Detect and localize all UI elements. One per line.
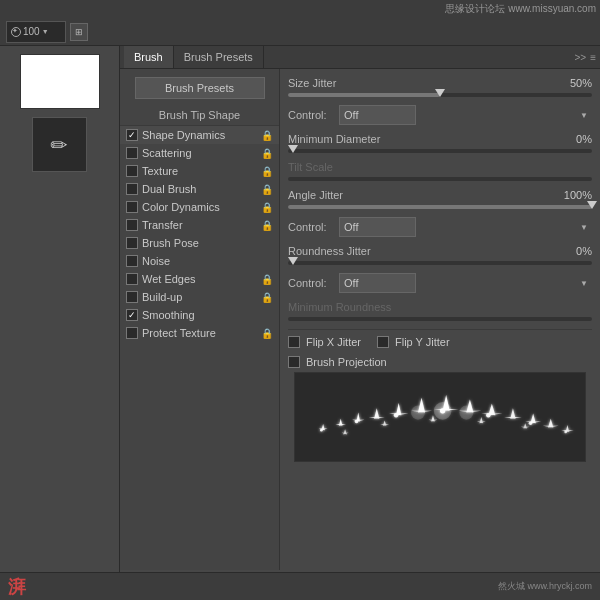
checkbox-color-dynamics[interactable] <box>126 201 138 213</box>
checkbox-wet-edges[interactable] <box>126 273 138 285</box>
brush-presets-button[interactable]: Brush Presets <box>135 77 265 99</box>
tab-brush[interactable]: Brush <box>124 46 174 68</box>
list-item-brush-pose[interactable]: Brush Pose <box>120 234 279 252</box>
tilt-scale-slider[interactable] <box>288 177 592 181</box>
brush-dot-icon <box>11 27 21 37</box>
sparkle-preview-svg <box>295 373 585 461</box>
checkbox-texture[interactable] <box>126 165 138 177</box>
label-color-dynamics: Color Dynamics <box>142 201 257 213</box>
svg-marker-3 <box>369 408 385 419</box>
roundness-jitter-thumb <box>288 257 298 265</box>
checkbox-smoothing[interactable] <box>126 309 138 321</box>
list-item-scattering[interactable]: Scattering 🔒 <box>120 144 279 162</box>
flip-row: Flip X Jitter Flip Y Jitter <box>288 336 592 352</box>
right-panel: Brush Brush Presets >> ≡ Brush Presets B… <box>120 46 600 600</box>
watermark-text: 思缘设计论坛 www.missyuan.com <box>445 2 596 16</box>
flip-y-label: Flip Y Jitter <box>395 336 450 348</box>
brush-icon-preview: ✎ <box>32 117 87 172</box>
size-jitter-row: Size Jitter 50% <box>288 77 592 89</box>
label-buildup: Build-up <box>142 291 257 303</box>
min-diameter-slider[interactable] <box>288 149 592 153</box>
checkbox-buildup[interactable] <box>126 291 138 303</box>
checkbox-dual-brush[interactable] <box>126 183 138 195</box>
checkbox-noise[interactable] <box>126 255 138 267</box>
lock-transfer: 🔒 <box>261 220 273 231</box>
svg-marker-2 <box>352 413 364 422</box>
min-diameter-value: 0% <box>557 133 592 145</box>
size-jitter-control-row: Control: Off Pen Pressure Pen Tilt Fade <box>288 105 592 125</box>
label-shape-dynamics: Shape Dynamics <box>142 129 257 141</box>
label-brush-pose: Brush Pose <box>142 237 273 249</box>
lock-scattering: 🔒 <box>261 148 273 159</box>
roundness-jitter-row: Roundness Jitter 0% <box>288 245 592 257</box>
list-item-shape-dynamics[interactable]: Shape Dynamics 🔒 <box>120 126 279 144</box>
size-jitter-thumb <box>435 89 445 97</box>
watermark-bar: 思缘设计论坛 www.missyuan.com <box>0 0 600 18</box>
checkbox-brush-pose[interactable] <box>126 237 138 249</box>
bottom-watermark-bar: 湃 然火城 www.hryckj.com <box>0 572 600 600</box>
menu-icon[interactable]: ≡ <box>590 52 596 63</box>
svg-marker-0 <box>319 424 328 430</box>
flip-x-row: Flip X Jitter <box>288 336 361 348</box>
svg-point-14 <box>355 420 359 424</box>
svg-point-22 <box>459 406 473 420</box>
svg-point-13 <box>320 429 323 432</box>
list-item-noise[interactable]: Noise <box>120 252 279 270</box>
left-panel: ✎ <box>0 46 120 600</box>
brush-projection-row: Brush Projection <box>288 356 592 368</box>
roundness-jitter-slider[interactable] <box>288 261 592 265</box>
svg-marker-1 <box>335 419 346 426</box>
control-select-1[interactable]: Off Pen Pressure Pen Tilt Fade <box>339 105 416 125</box>
svg-marker-23 <box>342 429 349 434</box>
canvas-preview <box>20 54 100 109</box>
divider <box>288 329 592 330</box>
checkbox-transfer[interactable] <box>126 219 138 231</box>
label-transfer: Transfer <box>142 219 257 231</box>
angle-jitter-slider[interactable] <box>288 205 592 209</box>
checkbox-flip-x[interactable] <box>288 336 300 348</box>
expand-icon[interactable]: >> <box>574 52 586 63</box>
angle-jitter-fill <box>288 205 592 209</box>
list-item-color-dynamics[interactable]: Color Dynamics 🔒 <box>120 198 279 216</box>
brush-options-button[interactable]: ⊞ <box>70 23 88 41</box>
lock-dual-brush: 🔒 <box>261 184 273 195</box>
checkbox-protect-texture[interactable] <box>126 327 138 339</box>
brush-size-picker[interactable]: 100 ▼ <box>6 21 66 43</box>
control-select-2[interactable]: Off Pen Pressure Pen Tilt Fade <box>339 217 416 237</box>
svg-marker-12 <box>561 425 573 432</box>
control-select-wrapper-1: Off Pen Pressure Pen Tilt Fade <box>339 105 592 125</box>
brush-projection-label: Brush Projection <box>306 356 387 368</box>
list-item-smoothing[interactable]: Smoothing <box>120 306 279 324</box>
list-item-texture[interactable]: Texture 🔒 <box>120 162 279 180</box>
list-item-dual-brush[interactable]: Dual Brush 🔒 <box>120 180 279 198</box>
checkbox-shape-dynamics[interactable] <box>126 129 138 141</box>
list-item-protect-texture[interactable]: Protect Texture 🔒 <box>120 324 279 342</box>
min-diameter-thumb <box>288 145 298 153</box>
lock-wet-edges: 🔒 <box>261 274 273 285</box>
min-diameter-track <box>288 149 592 153</box>
label-protect-texture: Protect Texture <box>142 327 257 339</box>
roundness-jitter-value: 0% <box>557 245 592 257</box>
brush-stroke-icon: ✎ <box>45 130 74 159</box>
control-select-3[interactable]: Off Pen Pressure Pen Tilt Fade <box>339 273 416 293</box>
size-jitter-slider[interactable] <box>288 93 592 97</box>
control-select-wrapper-3: Off Pen Pressure Pen Tilt Fade <box>339 273 592 293</box>
checkbox-flip-y[interactable] <box>377 336 389 348</box>
checkbox-scattering[interactable] <box>126 147 138 159</box>
svg-point-20 <box>411 406 425 420</box>
svg-marker-27 <box>521 423 530 428</box>
list-item-buildup[interactable]: Build-up 🔒 <box>120 288 279 306</box>
lock-color-dynamics: 🔒 <box>261 202 273 213</box>
min-roundness-track <box>288 317 592 321</box>
tilt-scale-label: Tilt Scale <box>288 161 592 173</box>
tab-brush-presets-header[interactable]: Brush Presets <box>174 46 264 68</box>
control-select-wrapper-2: Off Pen Pressure Pen Tilt Fade <box>339 217 592 237</box>
min-roundness-slider[interactable] <box>288 317 592 321</box>
svg-marker-26 <box>477 417 486 423</box>
tilt-scale-row: Tilt Scale <box>288 161 592 173</box>
list-item-wet-edges[interactable]: Wet Edges 🔒 <box>120 270 279 288</box>
min-diameter-label: Minimum Diameter <box>288 133 557 145</box>
checkbox-brush-projection[interactable] <box>288 356 300 368</box>
brush-size-arrow[interactable]: ▼ <box>42 28 49 35</box>
list-item-transfer[interactable]: Transfer 🔒 <box>120 216 279 234</box>
